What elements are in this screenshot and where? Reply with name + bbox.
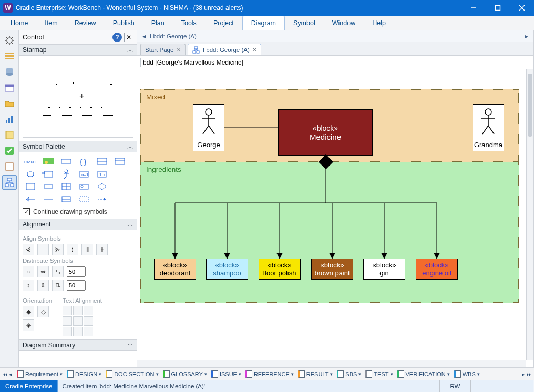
- palette-symbol-13[interactable]: [40, 181, 56, 192]
- block-deodorant[interactable]: «block»deodorant: [154, 259, 196, 280]
- quickbar-sbs[interactable]: SBS▾: [335, 370, 363, 378]
- diagram-canvas[interactable]: Mixed Ingredients George Grandma «block»…: [137, 69, 533, 367]
- dist-v3-button[interactable]: ⇅: [52, 280, 64, 291]
- palette-symbol-5[interactable]: [112, 156, 128, 167]
- block-brown-paint[interactable]: «block»brown paint: [311, 259, 353, 280]
- breadcrumb-back-icon[interactable]: ◂: [142, 33, 146, 40]
- align-center-button[interactable]: ≡: [37, 244, 49, 255]
- palette-symbol-1[interactable]: [40, 156, 56, 167]
- palette-symbol-20[interactable]: [58, 193, 74, 205]
- menu-tools[interactable]: Tools: [173, 16, 205, 30]
- quickbar-design[interactable]: DESIGN▾: [65, 370, 103, 378]
- tool-list-icon[interactable]: [2, 49, 17, 64]
- tool-chart-icon[interactable]: [2, 112, 17, 127]
- palette-symbol-18[interactable]: [23, 193, 38, 205]
- quickbar-doc-section[interactable]: DOC SECTION▾: [104, 370, 160, 378]
- align-middle-button[interactable]: ⫴: [81, 244, 93, 255]
- tool-notes-icon[interactable]: [2, 128, 17, 142]
- ta-6[interactable]: [84, 316, 93, 326]
- ta-3[interactable]: [84, 306, 93, 315]
- menu-review[interactable]: Review: [66, 16, 105, 30]
- block-gin[interactable]: «block»gin: [363, 259, 405, 280]
- dist-h-button[interactable]: ↔: [23, 266, 34, 277]
- tool-calendar-icon[interactable]: [2, 80, 17, 95]
- tool-folder-icon[interactable]: [2, 96, 17, 111]
- ta-1[interactable]: [63, 306, 72, 315]
- block-medicine[interactable]: «block» Medicine: [278, 109, 373, 156]
- palette-symbol-19[interactable]: [40, 193, 56, 205]
- palette-symbol-8[interactable]: [58, 168, 74, 180]
- palette-symbol-7[interactable]: [40, 168, 56, 180]
- alignment-header[interactable]: Alignment︿: [19, 219, 137, 230]
- block-floor-polish[interactable]: «block»floor polish: [259, 259, 301, 280]
- tool-settings-icon[interactable]: [2, 33, 17, 48]
- palette-symbol-22[interactable]: [94, 193, 110, 205]
- quickbar-issue[interactable]: ISSUE▾: [210, 370, 243, 378]
- qb-first-icon[interactable]: ⏮: [2, 371, 8, 378]
- continue-drawing-checkbox[interactable]: ✓: [23, 208, 30, 215]
- dist-v2-button[interactable]: ⇕: [37, 280, 49, 291]
- vertical-scrollbar[interactable]: [526, 69, 533, 360]
- help-icon[interactable]: ?: [112, 33, 122, 42]
- close-button[interactable]: [510, 0, 534, 16]
- ta-7[interactable]: [63, 327, 72, 336]
- ta-9[interactable]: [84, 327, 93, 336]
- tab-close-icon[interactable]: ×: [253, 46, 257, 54]
- menu-window[interactable]: Window: [324, 16, 364, 30]
- starmap-header[interactable]: Starmap︿: [19, 44, 137, 56]
- menu-publish[interactable]: Publish: [105, 16, 143, 30]
- maximize-button[interactable]: [486, 0, 510, 16]
- tab-start-page[interactable]: Start Page ×: [140, 44, 186, 55]
- tool-diagram-icon[interactable]: [2, 175, 17, 190]
- qb-prev-icon[interactable]: ◂: [9, 371, 12, 378]
- orient-2[interactable]: ◇: [37, 306, 49, 317]
- tab-diagram[interactable]: I bdd: George (A) ×: [188, 44, 261, 55]
- quickbar-wbs[interactable]: WBS▾: [453, 370, 481, 378]
- palette-symbol-12[interactable]: [23, 181, 38, 192]
- tool-db-icon[interactable]: [2, 65, 17, 79]
- palette-symbol-0[interactable]: CMNT: [23, 156, 38, 167]
- palette-symbol-9[interactable]: n=1: [76, 168, 92, 180]
- palette-symbol-23[interactable]: [112, 193, 128, 205]
- palette-symbol-11[interactable]: [112, 168, 128, 180]
- ta-4[interactable]: [63, 316, 72, 326]
- quickbar-result[interactable]: RESULT▾: [296, 370, 335, 378]
- quickbar-glossary[interactable]: GLOSSARY▾: [161, 370, 209, 378]
- menu-project[interactable]: Project: [205, 16, 242, 30]
- palette-symbol-2[interactable]: [58, 156, 74, 167]
- dist-h3-button[interactable]: ⇆: [52, 266, 64, 277]
- menu-plan[interactable]: Plan: [143, 16, 173, 30]
- palette-symbol-14[interactable]: [58, 181, 74, 192]
- align-top-button[interactable]: ⫶: [67, 244, 78, 255]
- menu-diagram[interactable]: Diagram: [242, 16, 285, 30]
- tab-close-icon[interactable]: ×: [177, 46, 181, 54]
- ta-2[interactable]: [73, 306, 83, 315]
- align-bottom-button[interactable]: ⫵: [96, 244, 108, 255]
- dist-h-value[interactable]: [67, 266, 86, 277]
- starmap-overview[interactable]: +: [23, 59, 134, 138]
- quickbar-reference[interactable]: REFERENCE▾: [244, 370, 295, 378]
- breadcrumb-fwd-icon[interactable]: ▸: [525, 33, 528, 40]
- diagram-name-field[interactable]: bdd [George's Marvellous Medicine]: [140, 58, 382, 67]
- summary-header[interactable]: Diagram Summary﹀: [19, 339, 137, 351]
- menu-symbol[interactable]: Symbol: [285, 16, 324, 30]
- quickbar-test[interactable]: TEST▾: [364, 370, 394, 378]
- palette-symbol-3[interactable]: { }: [76, 156, 92, 167]
- quickbar-verification[interactable]: VERIFICATION▾: [396, 370, 451, 378]
- dist-v-value[interactable]: [67, 280, 86, 291]
- block-shampoo[interactable]: «block»shampoo: [206, 259, 248, 280]
- palette-symbol-6[interactable]: [23, 168, 38, 180]
- qb-next-icon[interactable]: ▸: [522, 371, 525, 378]
- menu-item[interactable]: Item: [36, 16, 66, 30]
- align-left-button[interactable]: ⫷: [23, 244, 34, 255]
- dist-v-button[interactable]: ↕: [23, 280, 34, 291]
- actor-george[interactable]: George: [193, 104, 224, 151]
- tool-book-icon[interactable]: [2, 159, 17, 174]
- tool-check-icon[interactable]: [2, 143, 17, 158]
- region-ingredients[interactable]: Ingredients: [140, 162, 519, 303]
- block-engine-oil[interactable]: «block»engine oil: [416, 259, 458, 280]
- palette-symbol-15[interactable]: [76, 181, 92, 192]
- minimize-button[interactable]: [461, 0, 486, 16]
- orient-3[interactable]: ◈: [23, 319, 34, 331]
- palette-header[interactable]: Symbol Palette︿: [19, 141, 137, 152]
